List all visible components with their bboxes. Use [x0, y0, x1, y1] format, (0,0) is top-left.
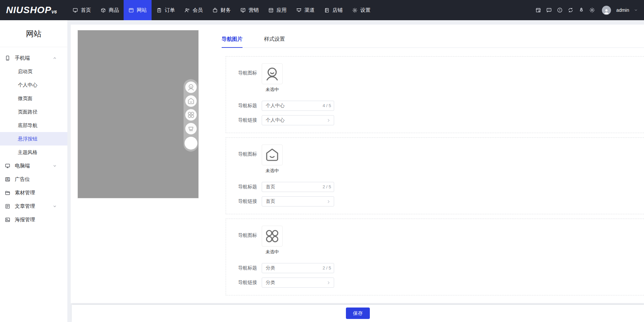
nav-link-selector[interactable]: 分类	[262, 278, 334, 288]
topnav-label: 设置	[360, 7, 371, 13]
nav-link-label: 导航链接	[238, 117, 257, 123]
sidebar-sub-label: 底部导航	[18, 122, 37, 129]
widget-user-button[interactable]	[185, 82, 197, 93]
topnav-label: 首页	[81, 7, 91, 13]
user-icon	[264, 66, 280, 82]
username[interactable]: admin	[616, 7, 629, 13]
nav-link-label: 导航链接	[238, 198, 257, 204]
folder-icon	[5, 190, 10, 196]
topbar: NIUSHOP V6 首页 商品 网站 订单 会员 财务 营销 应用 渠道 店铺…	[0, 0, 644, 20]
tab-nav-images[interactable]: 导航图片	[222, 36, 243, 48]
sidebar-item-desktop[interactable]: 电脑端	[0, 159, 67, 172]
settings-icon	[352, 7, 358, 13]
nav-title-label: 导航标题	[238, 103, 257, 109]
ad-icon: AD	[5, 176, 10, 182]
sidebar-item-ad-space[interactable]: AD 广告位	[0, 172, 67, 186]
nav-icon-label: 导航图标	[238, 70, 257, 76]
sidebar-sub-label: 微页面	[18, 95, 33, 102]
article-icon	[5, 203, 10, 209]
widget-home-button[interactable]	[185, 95, 197, 107]
sidebar-item-label: 广告位	[15, 176, 30, 183]
finance-icon	[212, 7, 218, 13]
sidebar-item-label: 素材管理	[15, 190, 35, 196]
icon-state-label: 未选中	[266, 168, 279, 174]
nav-link-value: 个人中心	[266, 117, 285, 123]
topnav-item-orders[interactable]: 订单	[152, 0, 180, 20]
sidebar-item-micro-page[interactable]: 微页面	[0, 92, 67, 105]
sidebar-item-page-path[interactable]: 页面路径	[0, 105, 67, 119]
sidebar-item-articles[interactable]: 文章管理	[0, 199, 67, 213]
sidebar-sub-label: 个人中心	[18, 82, 37, 88]
sidebar-item-theme-style[interactable]: 主题风格	[0, 146, 67, 159]
widget-blank-button[interactable]	[185, 137, 197, 150]
nav-icon-picker[interactable]	[262, 63, 283, 84]
char-counter: 2 / 5	[323, 265, 331, 270]
tab-style-settings[interactable]: 样式设置	[264, 36, 285, 48]
sidebar-item-label: 海报管理	[15, 217, 35, 223]
char-counter: 4 / 5	[323, 103, 331, 108]
nav-icon-label: 导航图标	[238, 151, 257, 157]
home-icon	[264, 147, 280, 163]
nav-section-home: 导航图标 未选中 导航标题 2 / 5 导航链接 首页	[226, 137, 644, 214]
top-navigation: 首页 商品 网站 订单 会员 财务 营销 应用 渠道 店铺 设置	[68, 0, 375, 20]
sidebar-item-material[interactable]: 素材管理	[0, 186, 67, 199]
topnav-label: 店铺	[332, 7, 343, 13]
nav-link-value: 首页	[266, 198, 275, 204]
sidebar-item-personal-center[interactable]: 个人中心	[0, 78, 67, 92]
info-icon[interactable]	[557, 7, 563, 13]
topnav-item-channels[interactable]: 渠道	[291, 0, 319, 20]
topnav-item-website[interactable]: 网站	[124, 0, 152, 20]
poster-icon	[5, 217, 10, 223]
save-button[interactable]: 保存	[346, 308, 370, 319]
topnav-item-settings[interactable]: 设置	[347, 0, 375, 20]
gear-icon[interactable]	[589, 7, 595, 13]
sidebar-item-posters[interactable]: 海报管理	[0, 213, 67, 226]
refresh-icon[interactable]	[568, 7, 574, 13]
nav-link-selector[interactable]: 个人中心	[262, 115, 334, 125]
storefront-icon[interactable]	[535, 7, 541, 13]
char-counter: 2 / 5	[323, 184, 331, 189]
logo-version: V6	[52, 9, 57, 14]
sidebar-item-label: 手机端	[15, 55, 30, 61]
nav-section-category: 导航图标 未选中 导航标题 2 / 5 导航链接 分类	[226, 219, 644, 295]
widget-category-button[interactable]	[185, 109, 197, 121]
topnav-item-apps[interactable]: 应用	[263, 0, 291, 20]
nav-link-value: 分类	[266, 280, 275, 286]
sidebar-item-bottom-nav[interactable]: 底部导航	[0, 119, 67, 132]
topnav-item-finance[interactable]: 财务	[207, 0, 235, 20]
topbar-right: admin	[535, 0, 644, 20]
topnav-label: 营销	[249, 7, 259, 13]
sidebar-item-mobile[interactable]: 手机端	[0, 51, 67, 65]
message-icon[interactable]	[546, 7, 552, 13]
category-icon	[187, 111, 195, 119]
widget-cart-button[interactable]	[185, 123, 197, 134]
avatar[interactable]	[602, 6, 611, 15]
topnav-item-store[interactable]: 店铺	[319, 0, 347, 20]
topnav-item-home[interactable]: 首页	[68, 0, 96, 20]
settings-column: 导航图片 样式设置 导航图标 未选中 导航标题 4 / 5	[222, 25, 644, 300]
nav-link-selector[interactable]: 首页	[262, 196, 334, 206]
phone-icon	[5, 55, 10, 61]
icon-state-label: 未选中	[266, 249, 279, 255]
chevron-down-icon[interactable]	[634, 8, 638, 12]
topnav-label: 网站	[137, 7, 147, 13]
tab-bar: 导航图片 样式设置	[222, 36, 644, 48]
monitor-icon	[72, 7, 78, 13]
marketing-icon	[240, 7, 246, 13]
icon-state-label: 未选中	[266, 87, 279, 93]
nav-icon-picker[interactable]	[262, 144, 283, 165]
topnav-item-goods[interactable]: 商品	[96, 0, 124, 20]
topnav-item-members[interactable]: 会员	[180, 0, 207, 20]
rocket-icon[interactable]	[578, 7, 584, 13]
desktop-icon	[5, 163, 10, 169]
sidebar: 网站 手机端 启动页 个人中心 微页面 页面路径 底部导航 悬浮按钮 主题风格 …	[0, 20, 67, 322]
sidebar-sub-label: 主题风格	[18, 149, 37, 156]
sidebar-item-launch-page[interactable]: 启动页	[0, 65, 67, 78]
sidebar-menu: 手机端 启动页 个人中心 微页面 页面路径 底部导航 悬浮按钮 主题风格 电脑端…	[0, 47, 67, 226]
website-icon	[128, 7, 134, 13]
chevron-down-icon	[53, 164, 57, 168]
nav-icon-picker[interactable]	[262, 226, 283, 247]
topnav-label: 应用	[277, 7, 287, 13]
sidebar-item-float-button[interactable]: 悬浮按钮	[0, 132, 67, 146]
topnav-item-marketing[interactable]: 营销	[235, 0, 263, 20]
